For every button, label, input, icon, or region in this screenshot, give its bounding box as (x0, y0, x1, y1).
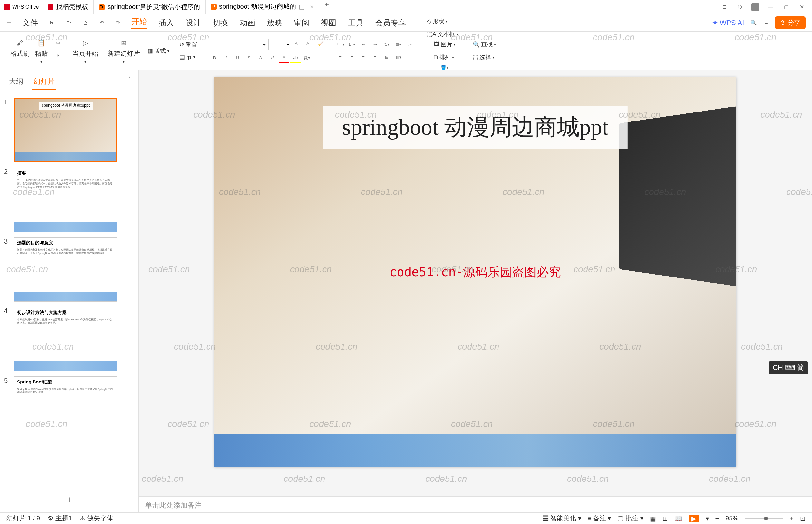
share-button[interactable]: ⇪ 分享 (775, 16, 806, 29)
thumbnail-4[interactable]: 初步设计方法与实施方案 本系统采用B/S架构，使用Java语言开发，以Sprin… (14, 307, 117, 371)
tab-doc-2[interactable]: P springboot"鼻护灵"微信小程序的 (94, 0, 205, 14)
undo-icon[interactable]: ↶ (100, 20, 104, 26)
comments-toggle[interactable]: ▢ 批注 ▾ (617, 514, 643, 523)
zoom-out-icon[interactable]: − (715, 515, 719, 522)
select-button[interactable]: ⬚ 选择▾ (470, 52, 498, 63)
beautify-button[interactable]: ☰ 智能美化 ▾ (542, 514, 581, 523)
file-menu[interactable]: 文件 (22, 18, 38, 28)
theme-indicator[interactable]: ⚙ 主题1 (48, 514, 72, 523)
menu-tools[interactable]: 工具 (348, 18, 363, 28)
menu-transition[interactable]: 切换 (213, 18, 228, 28)
fit-window-icon[interactable]: ⊡ (800, 515, 806, 522)
reading-view-icon[interactable]: 📖 (675, 515, 682, 522)
missing-font-warning[interactable]: ⚠ 缺失字体 (80, 514, 113, 523)
ime-indicator[interactable]: CH ⌨ 简 (769, 361, 808, 375)
numbering-icon[interactable]: 1≡▾ (347, 39, 357, 50)
menu-insert[interactable]: 插入 (159, 18, 174, 28)
textbox-button[interactable]: ⬚A 文本框▾ (424, 29, 461, 39)
new-slide-button[interactable]: ⊞ 新建幻灯片▾ (107, 38, 140, 64)
slideshow-dropdown[interactable]: ▾ (706, 515, 709, 522)
strikethrough-icon[interactable]: S (244, 53, 254, 63)
avatar-icon[interactable] (751, 3, 759, 11)
add-tab-button[interactable]: + (319, 0, 334, 14)
thumbnail-3[interactable]: 选题的目的与意义 随着互联网的普及和动漫文化的兴起，动漫周边商品的需求日益增长。… (14, 237, 117, 301)
find-button[interactable]: 🔍 查找▾ (470, 39, 498, 50)
align-center-icon[interactable]: ≡ (347, 52, 357, 63)
thumbnails-list[interactable]: 1 springboot 动漫周边商城ppt 2 摘要 二十一世纪我们已经进入了… (0, 94, 138, 488)
menu-review[interactable]: 审阅 (294, 18, 309, 28)
italic-icon[interactable]: I (221, 53, 231, 63)
thumbnail-5[interactable]: Spring Boot框架 Spring Boot是由Pivotal团队提供的全… (14, 376, 117, 402)
print-icon[interactable]: 🖨 (83, 20, 88, 26)
font-size-select[interactable] (268, 39, 291, 50)
align-text-icon[interactable]: ⊟▾ (393, 39, 403, 50)
underline-icon[interactable]: U (232, 53, 243, 63)
section-button[interactable]: ▤ 节▾ (177, 52, 200, 62)
minimize-button[interactable]: — (767, 3, 775, 11)
redo-icon[interactable]: ↷ (116, 20, 120, 26)
menu-start[interactable]: 开始 (131, 16, 147, 29)
cut-icon[interactable]: ✂ (53, 38, 63, 48)
copy-icon[interactable]: ⎘ (53, 50, 63, 60)
bold-icon[interactable]: B (209, 53, 219, 63)
menu-icon[interactable]: ⊡ (720, 3, 728, 11)
paste-button[interactable]: 📋 粘贴▾ (35, 38, 48, 64)
superscript-icon[interactable]: x² (267, 53, 278, 63)
cloud-icon[interactable]: ☁ (763, 20, 768, 26)
wps-ai-button[interactable]: ✦ WPS AI (712, 19, 744, 27)
sorter-view-icon[interactable]: ⊞ (662, 515, 668, 522)
increase-font-icon[interactable]: A⁺ (292, 39, 302, 49)
thumbnail-2[interactable]: 摘要 二十一世纪我们已经进入了信息时代，信息管理系统的引入进了人们生活的方方面面… (14, 167, 117, 232)
zoom-level[interactable]: 95% (725, 515, 738, 522)
close-button[interactable]: ✕ (798, 3, 806, 11)
notes-input[interactable]: 单击此处添加备注 (138, 496, 812, 512)
decrease-font-icon[interactable]: A⁻ (304, 39, 314, 49)
save-icon[interactable]: 🖫 (50, 20, 55, 26)
distribute-icon[interactable]: ⊞ (382, 52, 392, 63)
outline-tab[interactable]: 大纲 (8, 74, 24, 90)
text-direction-icon[interactable]: ⇅▾ (382, 39, 392, 50)
reset-button[interactable]: ↺ 重置 (177, 39, 200, 50)
tab-templates[interactable]: 找稻壳模板 (43, 0, 94, 14)
close-icon[interactable]: ✕ (310, 4, 314, 9)
menu-slideshow[interactable]: 放映 (267, 18, 282, 28)
normal-view-icon[interactable]: ▦ (650, 515, 656, 522)
menu-design[interactable]: 设计 (186, 18, 201, 28)
canvas-scroll[interactable]: springboot 动漫周边商城ppt code51.cn-源码乐园盗图必究 (138, 70, 812, 496)
maximize-button[interactable]: ▢ (782, 3, 790, 11)
layout-button[interactable]: ▦ 版式▾ (145, 46, 172, 56)
shape-button[interactable]: ◇ 形状▾ (424, 16, 461, 27)
decrease-indent-icon[interactable]: ⇤ (358, 39, 369, 50)
align-right-icon[interactable]: ≡ (358, 52, 369, 63)
open-icon[interactable]: 🗁 (66, 20, 71, 26)
justify-icon[interactable]: ≡ (370, 52, 380, 63)
cube-icon[interactable]: ⬡ (736, 3, 744, 11)
tab-doc-3[interactable]: P springboot 动漫周边商城的 ▢ ✕ (205, 0, 319, 14)
menu-member[interactable]: 会员专享 (375, 18, 406, 28)
zoom-slider[interactable] (745, 518, 783, 519)
slideshow-button[interactable]: ▶ (689, 515, 699, 522)
menu-animation[interactable]: 动画 (240, 18, 255, 28)
zoom-in-icon[interactable]: + (790, 515, 794, 522)
menu-view[interactable]: 视图 (321, 18, 336, 28)
change-case-icon[interactable]: 変▾ (302, 53, 312, 63)
line-spacing-icon[interactable]: ↕▾ (405, 39, 415, 50)
align-left-icon[interactable]: ≡ (335, 52, 345, 63)
slide-title[interactable]: springboot 动漫周边商城ppt (323, 106, 628, 149)
arrange-button[interactable]: ⧉ 排列▾ (431, 52, 458, 63)
highlight-icon[interactable]: ab (290, 53, 301, 63)
slide-counter[interactable]: 幻灯片 1 / 9 (6, 514, 40, 523)
bullets-icon[interactable]: ⋮≡▾ (335, 39, 345, 50)
collapse-icon[interactable]: ‹ (129, 74, 131, 90)
font-family-select[interactable] (209, 39, 267, 50)
columns-icon[interactable]: ▥▾ (393, 52, 403, 63)
slides-tab[interactable]: 幻灯片 (32, 74, 56, 90)
format-brush-button[interactable]: 🖌 格式刷 (10, 38, 30, 64)
thumbnail-1[interactable]: springboot 动漫周边商城ppt (14, 98, 117, 162)
clear-format-icon[interactable]: 🧹 (315, 39, 326, 49)
font-color-icon[interactable]: A (279, 53, 289, 63)
hamburger-icon[interactable]: ☰ (6, 20, 11, 26)
add-slide-button[interactable]: + (0, 488, 138, 512)
from-current-button[interactable]: ▷ 当页开始▾ (72, 38, 98, 64)
slide-canvas[interactable]: springboot 动漫周边商城ppt code51.cn-源码乐园盗图必究 (214, 77, 736, 466)
